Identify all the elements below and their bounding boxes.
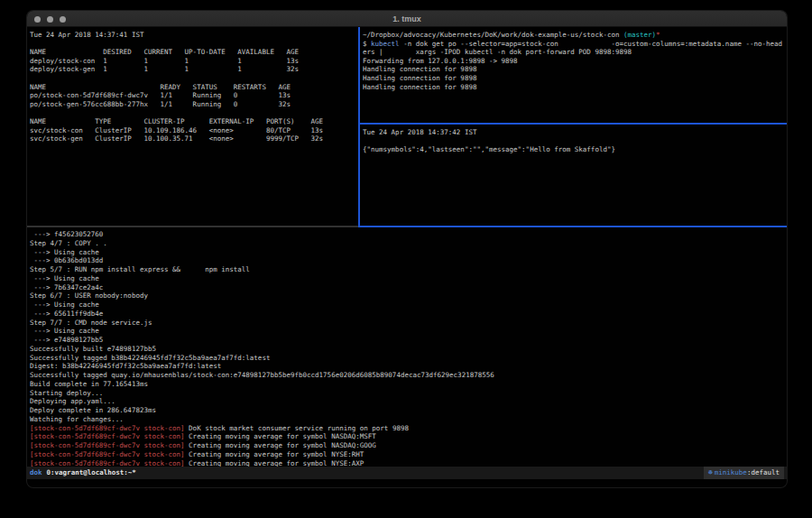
terminal-line: ---> 0b636bd013dd [30, 256, 786, 265]
terminal-line: ---> 7b6347ce2a4c [30, 283, 786, 292]
terminal-line: [stock-con-5d7df689cf-dwc7v stock-con] C… [30, 441, 786, 450]
terminal-line: [stock-con-5d7df689cf-dwc7v stock-con] C… [30, 450, 786, 459]
terminal-line: NAME READY STATUS RESTARTS AGE [30, 83, 357, 92]
terminal-line: Step 7/7 : CMD node service.js [30, 319, 786, 328]
kube-namespace-label: :default [747, 467, 780, 479]
terminal-line: Deploying app.yaml... [30, 397, 786, 406]
terminal-line: [stock-con-5d7df689cf-dwc7v stock-con] C… [30, 432, 786, 441]
terminal-line [30, 74, 357, 83]
terminal-line: ---> f45623052760 [30, 230, 786, 239]
terminal-line [30, 40, 357, 49]
pane-port-forward[interactable]: ~/Dropbox/advocacy/Kubernetes/DoK/work/d… [361, 29, 786, 123]
terminal-line: Tue 24 Apr 2018 14:37:41 IST [30, 31, 357, 40]
desktop-background: 1. tmux Tue 24 Apr 2018 14:37:41 IST NAM… [0, 0, 812, 518]
terminal-line: po/stock-gen-576cc688bb-277hx 1/1 Runnin… [30, 100, 357, 109]
terminal-line: Step 4/7 : COPY . . [30, 239, 786, 248]
terminal-line: Forwarding from 127.0.0.1:9898 -> 9898 [363, 57, 786, 66]
terminal-line: NAME TYPE CLUSTER-IP EXTERNAL-IP PORT(S)… [30, 117, 357, 126]
terminal-window: 1. tmux Tue 24 Apr 2018 14:37:41 IST NAM… [27, 11, 787, 487]
terminal-line: {"numsymbols":4,"lastseen":"","message":… [363, 145, 786, 154]
terminal-line: Successfully tagged b38b42246945fd7f32c5… [30, 354, 786, 363]
pane-skaffold-build-log[interactable]: ---> f45623052760Step 4/7 : COPY . . ---… [28, 228, 786, 467]
terminal-line: [stock-con-5d7df689cf-dwc7v stock-con] D… [30, 424, 786, 433]
terminal-line [30, 108, 357, 117]
terminal-line: Handling connection for 9898 [363, 74, 786, 83]
pane-divider-horizontal-right-bottom[interactable] [358, 226, 787, 227]
terminal-line: [stock-con-5d7df689cf-dwc7v stock-con] C… [30, 459, 786, 467]
kube-context-label: minikube [715, 467, 747, 479]
pane-divider-horizontal-left[interactable] [27, 226, 358, 227]
terminal-line: Step 6/7 : USER nobody:nobody [30, 291, 786, 301]
terminal-line: ---> Using cache [30, 274, 786, 283]
terminal-line: svc/stock-con ClusterIP 10.109.186.46 <n… [30, 126, 357, 135]
pane-divider-horizontal-right-top[interactable] [358, 123, 787, 125]
terminal-line: Build complete in 77.165413ms [30, 380, 786, 389]
terminal-line: ---> 65611ff9db4e [30, 310, 786, 319]
pane-curl-output-active[interactable]: Tue 24 Apr 2018 14:37:42 IST {"numsymbol… [361, 125, 786, 226]
terminal-line: Deploy complete in 286.647823ms [30, 406, 786, 415]
terminal-line: ers | xargs -IPOD kubectl -n dok port-fo… [363, 48, 786, 57]
tmux-status-right: ☸ minikube :default [704, 467, 784, 479]
terminal-line: deploy/stock-con 1 1 1 1 13s [30, 57, 357, 66]
terminal-line: ---> Using cache [30, 248, 786, 257]
terminal-line: ---> e74898127bb5 [30, 336, 786, 345]
tmux-window-item[interactable]: 0:vagrant@localhost:~* [47, 467, 136, 479]
terminal-line [363, 137, 786, 146]
terminal-line: ~/Dropbox/advocacy/Kubernetes/DoK/work/d… [363, 31, 786, 40]
terminal-line: Successfully tagged quay.io/mhausenblas/… [30, 371, 786, 380]
tmux-session-name[interactable]: dok [30, 467, 42, 479]
terminal-line: ---> Using cache [30, 327, 786, 336]
terminal-line: Digest: b38b42246945fd7f32c5ba9aea7af7fd… [30, 362, 786, 371]
tmux-session: Tue 24 Apr 2018 14:37:41 IST NAME DESIRE… [27, 11, 787, 487]
terminal-line: Step 5/7 : RUN npm install express && np… [30, 265, 786, 274]
terminal-line: deploy/stock-gen 1 1 1 1 32s [30, 65, 357, 74]
terminal-line: po/stock-con-5d7df689cf-dwc7v 1/1 Runnin… [30, 91, 357, 100]
terminal-line: Watching for changes... [30, 415, 786, 424]
pane-divider-vertical[interactable] [358, 27, 360, 227]
pane-kubectl-watch[interactable]: Tue 24 Apr 2018 14:37:41 IST NAME DESIRE… [28, 29, 357, 226]
terminal-line: ---> Using cache [30, 301, 786, 310]
terminal-line: Starting deploy... [30, 389, 786, 398]
terminal-line: Tue 24 Apr 2018 14:37:42 IST [363, 128, 786, 137]
kubernetes-icon: ☸ [708, 467, 713, 479]
terminal-line: $ kubectl -n dok get po --selector=app=s… [363, 40, 786, 49]
terminal-line: Handling connection for 9898 [363, 65, 786, 74]
tmux-status-bar: dok 0:vagrant@localhost:~* ☸ minikube :d… [27, 467, 787, 479]
terminal-line: Handling connection for 9898 [363, 83, 786, 92]
terminal-line: svc/stock-gen ClusterIP 10.100.35.71 <no… [30, 134, 357, 143]
terminal-line: NAME DESIRED CURRENT UP-TO-DATE AVAILABL… [30, 48, 357, 57]
terminal-line: Successfully built e74898127bb5 [30, 345, 786, 354]
